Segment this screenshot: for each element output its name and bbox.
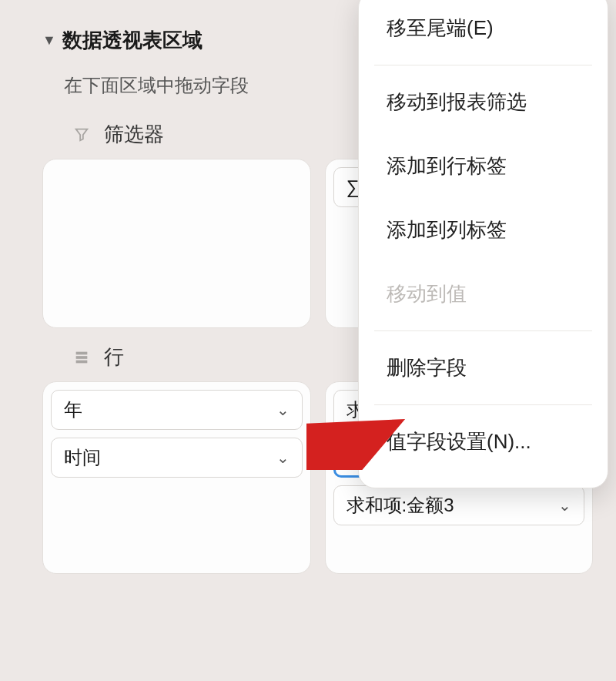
menu-move-to-end[interactable]: 移至尾端(E) xyxy=(359,0,608,60)
chevron-down-icon: ⌄ xyxy=(276,401,290,419)
row-field-year[interactable]: 年 ⌄ xyxy=(51,390,303,430)
menu-separator xyxy=(374,65,592,65)
menu-separator xyxy=(374,330,592,331)
rows-icon xyxy=(73,349,90,366)
section-title: 数据透视表区域 xyxy=(62,27,203,54)
field-label: 求和项:金额3 xyxy=(346,493,454,518)
chevron-down-icon: ⌄ xyxy=(276,448,290,467)
field-label: 时间 xyxy=(64,445,101,470)
chevron-down-icon: ⌄ xyxy=(558,496,571,515)
menu-add-to-row-labels[interactable]: 添加到行标签 xyxy=(359,134,608,198)
rows-label: 行 xyxy=(104,344,124,371)
menu-delete-field[interactable]: 删除字段 xyxy=(359,336,608,400)
filter-label: 筛选器 xyxy=(104,121,164,148)
svg-rect-4 xyxy=(76,356,88,359)
menu-add-to-column-labels[interactable]: 添加到列标签 xyxy=(359,198,608,262)
menu-separator xyxy=(374,404,592,405)
svg-rect-5 xyxy=(76,360,88,363)
rows-dropzone[interactable]: 年 ⌄ 时间 ⌄ xyxy=(42,381,311,574)
svg-rect-3 xyxy=(76,351,88,354)
value-field-3[interactable]: 求和项:金额3 ⌄ xyxy=(333,485,585,525)
field-label: 年 xyxy=(64,398,82,422)
funnel-icon xyxy=(73,126,90,143)
context-menu: 移至尾端(E) 移动到报表筛选 添加到行标签 添加到列标签 移动到值 删除字段 … xyxy=(358,0,608,488)
rows-header: 行 xyxy=(42,344,311,381)
menu-value-field-settings[interactable]: 值字段设置(N)... xyxy=(359,410,608,474)
row-field-time[interactable]: 时间 ⌄ xyxy=(51,438,303,478)
filter-dropzone[interactable] xyxy=(42,159,311,328)
collapse-icon: ▼ xyxy=(42,32,56,49)
filter-header: 筛选器 xyxy=(42,121,311,159)
menu-move-to-values: 移动到值 xyxy=(359,262,608,326)
menu-move-to-report-filter[interactable]: 移动到报表筛选 xyxy=(359,70,608,134)
